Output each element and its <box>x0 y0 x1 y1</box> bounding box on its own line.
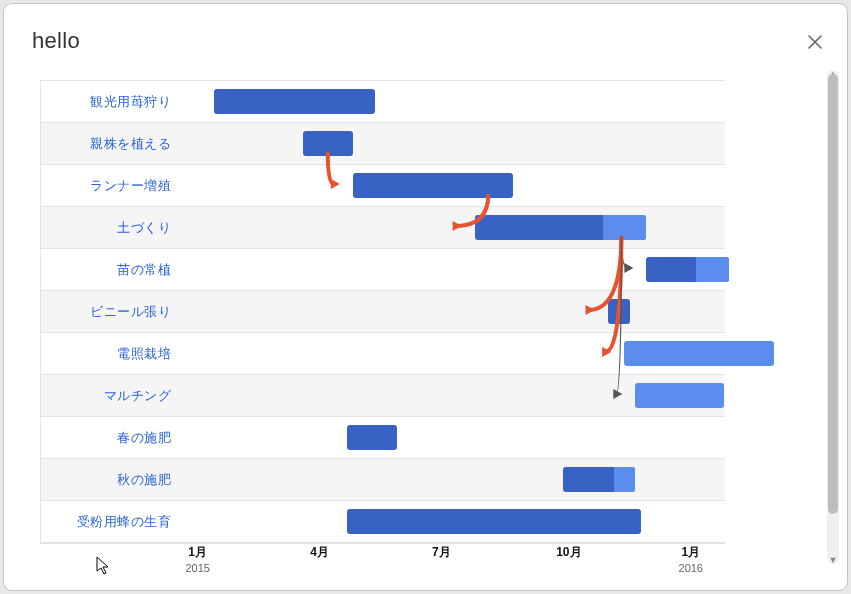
task-bar[interactable] <box>624 341 774 366</box>
task-label[interactable]: 親株を植える <box>41 123 181 164</box>
task-bar-area <box>181 333 725 374</box>
close-icon <box>808 35 822 49</box>
gantt-row: 親株を植える <box>41 123 725 165</box>
task-label[interactable]: 電照栽培 <box>41 333 181 374</box>
task-bar[interactable] <box>347 425 397 450</box>
axis-tick: 4月 <box>310 544 329 561</box>
task-bar-remaining <box>614 467 636 492</box>
dialog-frame: hello 観光用苺狩り親株を植えるランナー増殖土づくり苗の常植ビニール張り電照… <box>4 4 847 590</box>
dialog-header: hello <box>4 4 847 60</box>
scrollbar-thumb[interactable] <box>828 74 838 514</box>
task-label[interactable]: ランナー増殖 <box>41 165 181 206</box>
task-label[interactable]: 苗の常植 <box>41 249 181 290</box>
task-bar-area <box>181 291 725 332</box>
scrollbar[interactable]: ▲ ▼ <box>827 70 839 564</box>
task-bar[interactable] <box>214 89 375 114</box>
gantt-row: 電照栽培 <box>41 333 725 375</box>
gantt-chart: 観光用苺狩り親株を植えるランナー増殖土づくり苗の常植ビニール張り電照栽培マルチン… <box>40 80 725 544</box>
task-bar[interactable] <box>646 257 729 282</box>
gantt-row: 受粉用蜂の生育 <box>41 501 725 543</box>
task-bar[interactable] <box>475 215 647 240</box>
task-label[interactable]: 春の施肥 <box>41 417 181 458</box>
axis-tick: 1月2015 <box>185 544 209 574</box>
task-label[interactable]: 観光用苺狩り <box>41 81 181 122</box>
time-axis: 1月20154月7月10月1月2016 <box>170 544 724 576</box>
gantt-row: マルチング <box>41 375 725 417</box>
task-bar-area <box>181 375 725 416</box>
task-bar-area <box>181 417 725 458</box>
gantt-row: ビニール張り <box>41 291 725 333</box>
gantt-row: 秋の施肥 <box>41 459 725 501</box>
task-label[interactable]: 受粉用蜂の生育 <box>41 501 181 542</box>
task-bar[interactable] <box>303 131 353 156</box>
gantt-row: 苗の常植 <box>41 249 725 291</box>
dialog-title: hello <box>32 28 80 54</box>
task-label[interactable]: 土づくり <box>41 207 181 248</box>
task-bar[interactable] <box>347 509 641 534</box>
task-bar[interactable] <box>353 173 514 198</box>
gantt-row: ランナー増殖 <box>41 165 725 207</box>
task-bar[interactable] <box>563 467 635 492</box>
task-bar[interactable] <box>635 383 724 408</box>
gantt-row: 観光用苺狩り <box>41 81 725 123</box>
task-bar-area <box>181 207 725 248</box>
task-bar-area <box>181 459 725 500</box>
task-bar-area <box>181 501 725 542</box>
axis-tick: 10月 <box>556 544 581 561</box>
scroll-down-icon[interactable]: ▼ <box>827 554 839 566</box>
task-bar-area <box>181 123 725 164</box>
task-bar-area <box>181 165 725 206</box>
task-bar-area <box>181 81 725 122</box>
close-button[interactable] <box>801 28 829 56</box>
task-label[interactable]: 秋の施肥 <box>41 459 181 500</box>
axis-tick: 7月 <box>432 544 451 561</box>
task-bar-remaining <box>603 215 646 240</box>
task-bar[interactable] <box>608 299 630 324</box>
task-label[interactable]: ビニール張り <box>41 291 181 332</box>
task-bar-remaining <box>696 257 729 282</box>
gantt-row: 土づくり <box>41 207 725 249</box>
gantt-row: 春の施肥 <box>41 417 725 459</box>
task-bar-area <box>181 249 725 290</box>
axis-tick: 1月2016 <box>679 544 703 574</box>
task-label[interactable]: マルチング <box>41 375 181 416</box>
chart-scroll-area[interactable]: 観光用苺狩り親株を植えるランナー増殖土づくり苗の常植ビニール張り電照栽培マルチン… <box>28 70 823 576</box>
